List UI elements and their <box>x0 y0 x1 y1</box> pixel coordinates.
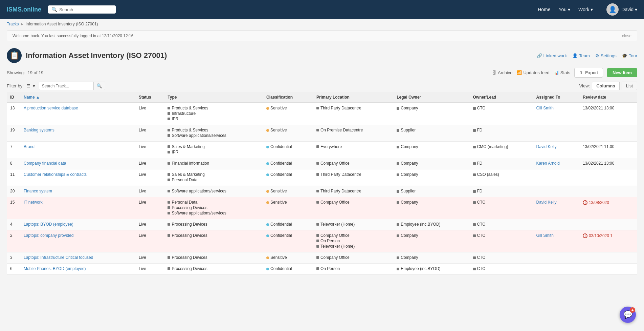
col-header-classification[interactable]: Classification <box>263 92 313 103</box>
location-item: On Person <box>316 239 390 243</box>
col-header-owner-lead[interactable]: Owner/Lead <box>470 92 533 103</box>
cell-name: Laptops: Infrastructure Critical focused <box>20 252 135 264</box>
archive-icon: 🗄 <box>492 70 496 75</box>
stats-button[interactable]: 📊 Stats <box>554 70 571 75</box>
col-header-legal-owner[interactable]: Legal Owner <box>393 92 469 103</box>
assigned-to-link[interactable]: David Kelly <box>536 200 557 205</box>
cell-name: Brand <box>20 142 135 158</box>
assigned-to-link[interactable]: David Kelly <box>536 144 557 149</box>
user-menu[interactable]: 👤 David ▾ <box>606 3 637 16</box>
assigned-to-link[interactable]: Karen Arnold <box>536 161 560 166</box>
location-item: Third Party Datacentre <box>316 106 390 110</box>
cell-primary-location: Company OfficeOn PersonTeleworker (Home) <box>313 230 393 252</box>
item-name-link[interactable]: Finance system <box>24 189 52 193</box>
item-name-link[interactable]: Brand <box>24 144 35 149</box>
col-header-primary-location[interactable]: Primary Location <box>313 92 393 103</box>
cell-type: Personal DataProcessing DevicesSoftware … <box>164 197 263 219</box>
filter-search-input[interactable] <box>39 82 93 90</box>
page-icon: 📋 <box>7 48 22 63</box>
item-name-link[interactable]: Laptops: BYOD (employee) <box>24 222 73 227</box>
view-list-button[interactable]: List <box>622 82 637 90</box>
graduation-icon: 🎓 <box>622 53 627 58</box>
type-item: Sales & Marketing <box>168 144 260 149</box>
col-header-type[interactable]: Type <box>164 92 263 103</box>
cell-review-date: 13/02/2021 13:00 <box>579 103 637 125</box>
cell-legal-owner: Company <box>393 252 469 264</box>
cell-id: 13 <box>7 103 20 125</box>
cell-status: Live <box>135 142 164 158</box>
cell-status: Live <box>135 264 164 275</box>
filter-toggle[interactable]: ☰ ▼ <box>26 83 36 88</box>
cell-status: Live <box>135 158 164 169</box>
tour-link[interactable]: 🎓 Tour <box>622 53 637 58</box>
nav-work[interactable]: Work ▾ <box>578 7 593 12</box>
cell-classification: Sensitive <box>263 186 313 197</box>
assigned-to-link[interactable]: Gill Smith <box>536 106 554 110</box>
item-name-link[interactable]: Mobile Phones: BYOD (employee) <box>24 266 86 271</box>
new-item-button[interactable]: New Item <box>607 68 637 77</box>
breadcrumb-separator: ► <box>20 22 24 26</box>
col-header-assigned-to[interactable]: Assigned To <box>533 92 579 103</box>
wifi-icon: 📶 <box>516 70 522 75</box>
cell-id: 3 <box>7 252 20 264</box>
item-name-link[interactable]: Laptops: Infrastructure Critical focused <box>24 255 93 260</box>
item-name-link[interactable]: IT network <box>24 200 43 205</box>
archive-button[interactable]: 🗄 Archive <box>492 70 512 75</box>
location-item: Company Office <box>316 255 390 260</box>
type-item: Products & Services <box>168 128 260 132</box>
location-item: Third Party Datacentre <box>316 172 390 177</box>
cell-type: Processing Devices <box>164 252 263 264</box>
main-header: ISMS.online 🔍 Home You ▾ Work ▾ 👤 David … <box>0 0 644 19</box>
cell-id: 15 <box>7 197 20 219</box>
type-item: Processing Devices <box>168 233 260 238</box>
cell-name: A production service database <box>20 103 135 125</box>
assigned-to-link[interactable]: Gill Smith <box>536 233 554 238</box>
table-row: 6Mobile Phones: BYOD (employee)LiveProce… <box>7 264 637 275</box>
app-logo[interactable]: ISMS.online <box>7 6 41 13</box>
settings-link[interactable]: ⚙ Settings <box>595 53 617 58</box>
cell-type: Processing Devices <box>164 230 263 252</box>
linked-work-link[interactable]: 🔗 Linked work <box>537 53 567 58</box>
export-button[interactable]: ⇧ Export <box>574 68 603 78</box>
search-input[interactable] <box>59 7 112 12</box>
col-header-id[interactable]: ID <box>7 92 20 103</box>
nav-you[interactable]: You ▾ <box>558 7 570 12</box>
overdue-icon: ! <box>583 200 587 205</box>
col-header-status[interactable]: Status <box>135 92 164 103</box>
cell-type: Software applications/services <box>164 186 263 197</box>
cell-id: 20 <box>7 186 20 197</box>
notification-bar: Welcome back. You last successfully logg… <box>7 30 637 41</box>
breadcrumb-tracks[interactable]: Tracks <box>7 22 19 26</box>
table-row: 7BrandLiveSales & MarketingIPRConfidenti… <box>7 142 637 158</box>
item-name-link[interactable]: Laptops: company provided <box>24 233 73 238</box>
close-notification-button[interactable]: close <box>622 34 631 38</box>
toolbar: Showing: 19 of 19 🗄 Archive 📶 Updates fe… <box>0 66 644 80</box>
cell-name: IT network <box>20 197 135 219</box>
item-name-link[interactable]: A production service database <box>24 106 78 110</box>
type-item: Personal Data <box>168 178 260 182</box>
cell-assigned-to: David Kelly <box>533 197 579 219</box>
col-header-review-date[interactable]: Review date <box>579 92 637 103</box>
filter-search-button[interactable]: 🔍 <box>93 82 105 90</box>
table-row: 4Laptops: BYOD (employee)LiveProcessing … <box>7 219 637 230</box>
item-name-link[interactable]: Company financial data <box>24 161 66 166</box>
view-columns-button[interactable]: Columns <box>592 82 620 90</box>
cell-review-date <box>579 252 637 264</box>
cell-primary-location: Company Office <box>313 252 393 264</box>
cell-owner-lead: CTO <box>470 252 533 264</box>
item-name-link[interactable]: Banking systems <box>24 128 54 132</box>
nav-home[interactable]: Home <box>538 7 550 12</box>
col-header-name[interactable]: Name ▲ <box>20 92 135 103</box>
updates-feed-button[interactable]: 📶 Updates feed <box>516 70 549 75</box>
header-search-container[interactable]: 🔍 <box>48 5 116 14</box>
cell-id: 7 <box>7 142 20 158</box>
table-row: 2Laptops: company providedLiveProcessing… <box>7 230 637 252</box>
cell-name: Laptops: company provided <box>20 230 135 252</box>
cell-legal-owner: Company <box>393 158 469 169</box>
team-link[interactable]: 👤 Team <box>572 53 590 58</box>
cell-review-date: 13/02/2021 13:00 <box>579 158 637 169</box>
username-label: David ▾ <box>621 7 637 12</box>
cell-legal-owner: Company <box>393 103 469 125</box>
data-table: ID Name ▲ Status Type Classification Pri… <box>7 92 637 275</box>
item-name-link[interactable]: Customer relationships & contracts <box>24 172 87 177</box>
